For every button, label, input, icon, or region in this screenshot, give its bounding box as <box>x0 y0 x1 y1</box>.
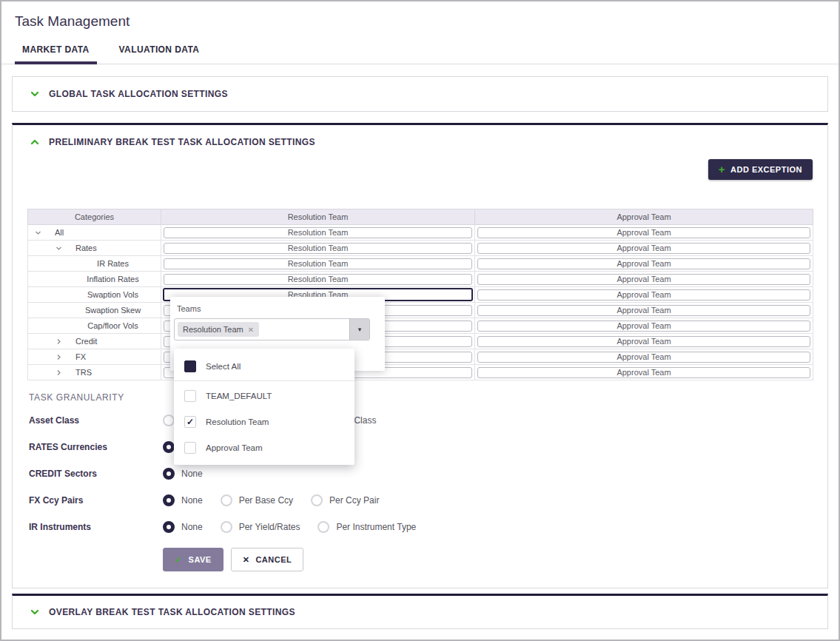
section-global-task-allocation[interactable]: GLOBAL TASK ALLOCATION SETTINGS <box>12 76 828 112</box>
section-header[interactable]: PRELIMINARY BREAK TEST TASK ALLOCATION S… <box>13 125 827 147</box>
section-overlay-break-test[interactable]: OVERLAY BREAK TEST TASK ALLOCATION SETTI… <box>12 594 828 629</box>
toolbar: + ADD EXCEPTION <box>13 159 813 180</box>
granularity-label: CREDIT Sectors <box>29 469 163 479</box>
resolution-team-select[interactable]: Resolution Team <box>164 243 472 254</box>
radio-unselected-icon[interactable] <box>317 521 329 533</box>
option-label: Select All <box>206 362 241 371</box>
chevron-right-icon[interactable] <box>56 354 62 360</box>
radio-selected-icon[interactable] <box>163 521 175 533</box>
remove-chip-icon[interactable]: ✕ <box>248 326 254 334</box>
radio-option[interactable]: Per Base Ccy <box>221 494 293 506</box>
category-cell: Swaption Skew <box>28 303 161 318</box>
radio-unselected-icon[interactable] <box>311 494 323 506</box>
checkbox-unchecked-icon[interactable] <box>184 442 196 454</box>
category-label: Swaption Skew <box>85 306 141 315</box>
radio-option[interactable]: None <box>163 521 203 533</box>
checkbox-checked-icon[interactable] <box>184 416 196 428</box>
chevron-down-icon[interactable] <box>56 245 62 252</box>
task-granularity-title: TASK GRANULARITY <box>29 392 827 403</box>
approval-team-select[interactable]: Approval Team <box>477 289 810 301</box>
radio-selected-icon[interactable] <box>163 441 175 453</box>
dropdown-caret-button[interactable]: ▾ <box>349 319 369 340</box>
resolution-team-select[interactable]: Resolution Team <box>164 274 472 285</box>
section-title: OVERLAY BREAK TEST TASK ALLOCATION SETTI… <box>49 607 295 617</box>
granularity-label: Asset Class <box>29 415 163 426</box>
category-label: Credit <box>75 337 97 346</box>
add-exception-label: ADD EXCEPTION <box>730 165 802 174</box>
save-label: SAVE <box>189 555 212 564</box>
cancel-button[interactable]: ✕ CANCEL <box>231 548 304 571</box>
table-row: Inflation Rates Resolution Team Approval… <box>28 272 813 287</box>
approval-team-select[interactable]: Approval Team <box>477 320 810 332</box>
approval-team-select[interactable]: Approval Team <box>477 352 810 363</box>
radio-unselected-icon[interactable] <box>221 494 232 506</box>
category-label: TRS <box>75 368 92 377</box>
save-button[interactable]: ✓ SAVE <box>163 548 224 571</box>
option-label: TEAM_DEFAULT <box>206 392 272 400</box>
chevron-down-icon[interactable] <box>30 607 40 617</box>
radio-option[interactable]: Per Instrument Type <box>317 521 416 533</box>
allocation-table: Categories Resolution Team Approval Team… <box>27 209 813 380</box>
column-header-resolution-team: Resolution Team <box>161 209 475 225</box>
radio-label: Per Base Ccy <box>239 495 293 506</box>
option-select-all[interactable]: Select All <box>174 353 355 379</box>
resolution-team-select[interactable]: Resolution Team <box>164 227 472 238</box>
table-row: Swaption Vols Resolution Team Approval T… <box>28 287 813 303</box>
radio-option[interactable]: Per Ccy Pair <box>311 494 379 506</box>
radio-option[interactable]: None <box>163 494 203 506</box>
checkbox-all-icon[interactable] <box>184 360 196 372</box>
table-row: All Resolution Team Approval Team <box>28 225 813 241</box>
divider <box>174 380 355 381</box>
approval-team-select[interactable]: Approval Team <box>477 336 810 347</box>
chevron-down-icon[interactable] <box>30 89 40 99</box>
approval-team-select[interactable]: Approval Team <box>477 274 810 285</box>
chevron-right-icon[interactable] <box>56 338 62 345</box>
approval-team-select[interactable]: Approval Team <box>477 367 810 378</box>
resolution-team-select[interactable]: Resolution Team <box>164 258 472 269</box>
table-row: TRS Resolution Team Approval Team <box>28 365 813 380</box>
table-row: Swaption Skew Resolution Team Approval T… <box>28 303 813 318</box>
granularity-row-credit-sectors: CREDIT Sectors None <box>29 468 827 480</box>
option-label: Approval Team <box>206 443 263 452</box>
tab-bar: MARKET DATA VALUATION DATA <box>1 44 839 64</box>
checkbox-unchecked-icon[interactable] <box>184 390 196 402</box>
category-label: Cap/floor Vols <box>87 321 138 330</box>
teams-options-list: Select All TEAM_DEFAULT Resolution Team … <box>174 349 355 465</box>
section-preliminary-break-test: PRELIMINARY BREAK TEST TASK ALLOCATION S… <box>12 123 828 588</box>
approval-team-select[interactable]: Approval Team <box>477 227 810 238</box>
radio-unselected-icon[interactable] <box>221 521 232 533</box>
table-row: Credit Resolution Team Approval Team <box>28 334 813 349</box>
category-label: Swaption Vols <box>87 290 138 299</box>
chevron-right-icon[interactable] <box>56 369 62 376</box>
add-exception-button[interactable]: + ADD EXCEPTION <box>708 159 813 180</box>
option-approval-team[interactable]: Approval Team <box>174 434 355 460</box>
approval-team-select[interactable]: Approval Team <box>477 243 810 254</box>
radio-unselected-icon[interactable] <box>163 415 175 426</box>
chevron-up-icon[interactable] <box>30 137 40 147</box>
approval-team-select[interactable]: Approval Team <box>477 305 810 316</box>
category-cell: All <box>28 225 161 241</box>
teams-dropdown-popup: Teams Resolution Team ✕ ▾ Select All TEA… <box>170 297 385 371</box>
chevron-down-icon[interactable] <box>35 229 41 236</box>
approval-team-select[interactable]: Approval Team <box>477 258 810 269</box>
tab-valuation-data[interactable]: VALUATION DATA <box>112 44 207 64</box>
radio-option[interactable]: Per Yield/Rates <box>221 521 300 533</box>
option-resolution-team[interactable]: Resolution Team <box>174 409 355 434</box>
category-cell: TRS <box>28 365 161 380</box>
category-cell: Credit <box>28 334 161 349</box>
granularity-label: RATES Currencies <box>29 442 163 452</box>
radio-selected-icon[interactable] <box>163 468 175 480</box>
granularity-row-ir-instruments: IR Instruments None Per Yield/Rates Per … <box>29 521 827 533</box>
radio-label: Per Ccy Pair <box>329 495 379 506</box>
column-header-approval-team: Approval Team <box>475 209 813 225</box>
category-label: All <box>55 228 64 237</box>
teams-multiselect[interactable]: Resolution Team ✕ ▾ <box>174 318 370 340</box>
category-label: Inflation Rates <box>87 275 138 283</box>
radio-selected-icon[interactable] <box>163 494 175 506</box>
table-row: FX Resolution Team Approval Team <box>28 349 813 365</box>
option-team-default[interactable]: TEAM_DEFAULT <box>174 383 355 409</box>
radio-label: Per Instrument Type <box>336 522 416 532</box>
tab-market-data[interactable]: MARKET DATA <box>15 44 97 64</box>
radio-option[interactable]: None <box>163 468 203 480</box>
selected-team-chip: Resolution Team ✕ <box>178 322 259 337</box>
